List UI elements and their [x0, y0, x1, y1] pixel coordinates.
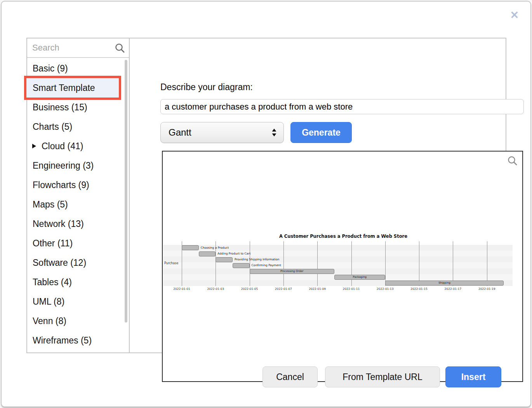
- sidebar-item-business-15[interactable]: Business (15): [27, 98, 129, 117]
- sidebar-item-label: Software (12): [33, 258, 86, 268]
- smart-template-dialog: ✕ Basic (9)Smart TemplateBusiness (15)Ch…: [1, 1, 531, 407]
- select-arrows-icon: [271, 127, 277, 138]
- sidebar-item-engineering-3[interactable]: Engineering (3): [27, 156, 129, 175]
- gantt-chart: A Customer Purchases a Product from a We…: [163, 152, 522, 381]
- chart-gridline: [283, 241, 284, 286]
- sidebar-item-label: Network (13): [33, 219, 84, 229]
- sidebar-item-maps-5[interactable]: Maps (5): [27, 195, 129, 214]
- x-axis-tick-label: 2022-01-13: [373, 287, 398, 291]
- x-axis-tick-label: 2022-01-07: [271, 287, 296, 291]
- close-icon[interactable]: ✕: [510, 10, 519, 21]
- sidebar-item-tables-4[interactable]: Tables (4): [27, 272, 129, 292]
- gantt-task-bar: Processing Order: [250, 269, 334, 274]
- gantt-task-bar: [216, 257, 233, 262]
- diagram-preview[interactable]: A Customer Purchases a Product from a We…: [162, 151, 523, 382]
- x-axis-tick-label: 2022-01-01: [169, 287, 194, 291]
- sidebar-item-label: Basic (9): [33, 63, 68, 74]
- sidebar-item-wireframes-5[interactable]: Wireframes (5): [27, 331, 129, 350]
- sidebar-item-other-11[interactable]: Other (11): [27, 234, 129, 253]
- gantt-task-bar: Packaging: [334, 275, 385, 280]
- sidebar-item-smart-template[interactable]: Smart Template: [27, 78, 129, 98]
- sidebar-item-label: Maps (5): [33, 199, 68, 210]
- template-category-sidebar: Basic (9)Smart TemplateBusiness (15)Char…: [27, 38, 130, 352]
- sidebar-item-label: Other (11): [33, 238, 73, 249]
- selected-diagram-type: Gantt: [169, 127, 191, 138]
- x-axis-tick-label: 2022-01-17: [440, 287, 465, 291]
- chart-title: A Customer Purchases a Product from a We…: [167, 234, 520, 239]
- sidebar-item-cloud-41[interactable]: Cloud (41): [27, 136, 129, 156]
- search-icon: [115, 43, 125, 53]
- x-axis-tick-label: 2022-01-19: [475, 287, 499, 291]
- category-list: Basic (9)Smart TemplateBusiness (15)Char…: [27, 59, 129, 350]
- search-row: [27, 38, 129, 58]
- insert-button[interactable]: Insert: [445, 366, 501, 387]
- sidebar-item-label: Charts (5): [33, 122, 72, 132]
- gantt-group-label: Purchase: [164, 262, 178, 265]
- x-axis-tick-label: 2022-01-03: [203, 287, 228, 291]
- from-template-url-button[interactable]: From Template URL: [325, 366, 440, 387]
- sidebar-scrollbar[interactable]: [125, 60, 127, 323]
- sidebar-item-software-12[interactable]: Software (12): [27, 253, 129, 272]
- diagram-type-select[interactable]: Gantt: [160, 122, 284, 143]
- x-axis-tick-label: 2022-01-11: [339, 287, 364, 291]
- chart-gridline: [385, 241, 386, 286]
- x-axis-tick-label: 2022-01-15: [407, 287, 431, 291]
- search-input[interactable]: [27, 38, 129, 57]
- sidebar-item-uml-8[interactable]: UML (8): [27, 292, 129, 311]
- dialog-body: Basic (9)Smart TemplateBusiness (15)Char…: [26, 38, 506, 353]
- chart-gridline: [453, 241, 453, 286]
- sidebar-item-label: Engineering (3): [33, 160, 94, 171]
- describe-label: Describe your diagram:: [160, 82, 253, 92]
- gantt-task-bar: [199, 251, 216, 256]
- chart-gridline: [317, 241, 318, 286]
- sidebar-item-label: UML (8): [33, 296, 64, 307]
- cancel-button[interactable]: Cancel: [263, 366, 318, 387]
- sidebar-item-label: Flowcharts (9): [33, 180, 89, 190]
- sidebar-item-label: Venn (8): [33, 316, 66, 326]
- sidebar-item-label: Tables (4): [33, 277, 72, 288]
- sidebar-item-charts-5[interactable]: Charts (5): [27, 117, 129, 136]
- sidebar-item-network-13[interactable]: Network (13): [27, 214, 129, 234]
- gantt-task-bar: Shipping: [385, 281, 504, 286]
- chart-gridline: [419, 241, 419, 286]
- chart-gridline: [487, 241, 487, 286]
- x-axis-tick-label: 2022-01-09: [305, 287, 330, 291]
- diagram-description-input[interactable]: [160, 99, 524, 114]
- sidebar-item-basic-9[interactable]: Basic (9): [27, 59, 129, 78]
- gantt-task-label: Adding Product to Cart: [217, 252, 250, 255]
- gantt-task-label: Confirming Payment: [252, 263, 281, 267]
- sidebar-item-label: Cloud (41): [42, 141, 83, 152]
- x-axis-tick-label: 2022-01-05: [237, 287, 262, 291]
- sidebar-item-label: Smart Template: [33, 83, 95, 93]
- expand-arrow-icon[interactable]: [32, 144, 36, 148]
- sidebar-item-label: Wireframes (5): [33, 335, 92, 346]
- gantt-task-label: Choosing a Product: [201, 246, 229, 249]
- sidebar-item-flowcharts-9[interactable]: Flowcharts (9): [27, 175, 129, 195]
- gantt-task-bar: [182, 245, 199, 250]
- generate-button[interactable]: Generate: [290, 122, 352, 143]
- sidebar-item-label: Business (15): [33, 102, 87, 113]
- chart-gridline: [250, 241, 250, 286]
- sidebar-item-venn-8[interactable]: Venn (8): [27, 311, 129, 331]
- gantt-task-bar: [233, 263, 250, 268]
- gantt-task-label: Providing Shipping Information: [235, 258, 280, 261]
